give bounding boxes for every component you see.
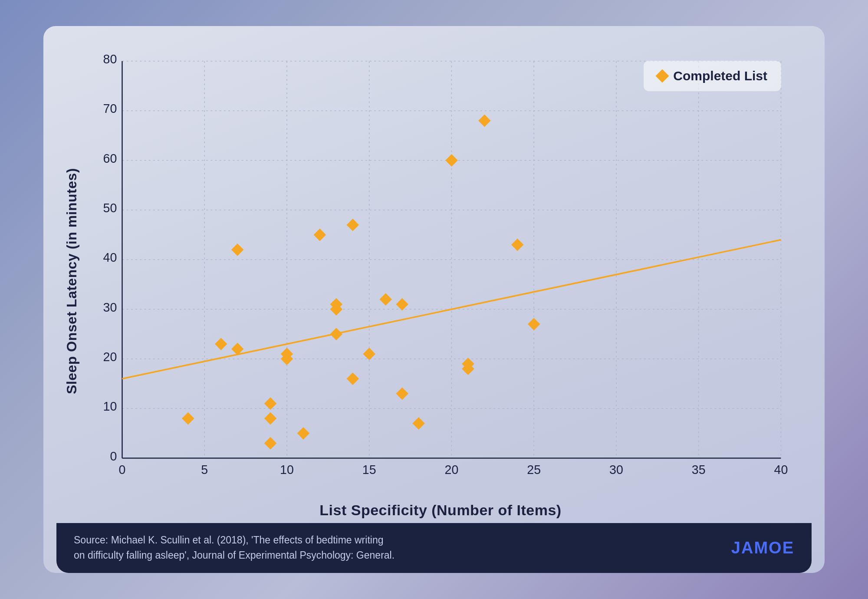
footer-brand: JAMOE	[731, 539, 794, 557]
svg-marker-51	[347, 219, 359, 231]
svg-text:15: 15	[362, 463, 376, 477]
svg-marker-53	[363, 348, 375, 360]
footer-source-line1: Source: Michael K. Scullin et al. (2018)…	[74, 533, 395, 548]
svg-marker-47	[314, 229, 326, 241]
svg-text:50: 50	[103, 201, 117, 215]
svg-text:10: 10	[280, 463, 294, 477]
svg-text:20: 20	[103, 350, 117, 364]
footer-source: Source: Michael K. Scullin et al. (2018)…	[74, 533, 395, 563]
legend-box: Completed List	[644, 61, 781, 91]
y-axis-label-container: Sleep Onset Latency (in minutes)	[56, 39, 87, 523]
svg-marker-38	[215, 338, 227, 350]
svg-text:40: 40	[103, 250, 117, 264]
svg-text:40: 40	[774, 463, 788, 477]
svg-marker-52	[347, 372, 359, 385]
svg-marker-63	[528, 318, 540, 330]
svg-text:10: 10	[103, 399, 117, 413]
footer-source-line2: on difficulty falling asleep', Journal o…	[74, 548, 395, 563]
svg-marker-41	[264, 397, 277, 410]
x-axis-label: List Specificity (Number of Items)	[319, 502, 561, 519]
svg-marker-57	[412, 417, 425, 430]
svg-marker-58	[445, 154, 458, 167]
footer: Source: Michael K. Scullin et al. (2018)…	[56, 523, 812, 573]
svg-text:25: 25	[527, 463, 541, 477]
svg-marker-43	[264, 437, 277, 450]
plot-and-x-axis: Completed List 0102030405060708005101520…	[87, 39, 812, 523]
svg-marker-46	[297, 427, 310, 440]
y-axis-label: Sleep Onset Latency (in minutes)	[64, 168, 80, 394]
legend-label: Completed List	[673, 69, 767, 83]
plot-region: Completed List 0102030405060708005101520…	[87, 48, 794, 494]
svg-marker-37	[182, 412, 194, 425]
svg-marker-54	[379, 293, 392, 306]
svg-marker-55	[396, 298, 408, 311]
svg-text:30: 30	[103, 300, 117, 314]
svg-text:20: 20	[445, 463, 459, 477]
svg-marker-56	[396, 387, 408, 400]
svg-text:80: 80	[103, 52, 117, 66]
legend-diamond-icon	[656, 69, 669, 82]
chart-container: Sleep Onset Latency (in minutes) Complet…	[43, 26, 825, 573]
scatter-chart-svg: 010203040506070800510152025303540	[87, 48, 794, 494]
svg-marker-50	[330, 328, 343, 340]
svg-text:60: 60	[103, 151, 117, 165]
svg-marker-42	[264, 412, 277, 425]
svg-marker-40	[231, 244, 244, 256]
svg-text:5: 5	[201, 463, 208, 477]
svg-text:0: 0	[119, 463, 126, 477]
svg-text:0: 0	[110, 449, 117, 463]
svg-text:35: 35	[692, 463, 706, 477]
svg-marker-62	[511, 238, 524, 251]
x-axis-label-container: List Specificity (Number of Items)	[87, 494, 794, 523]
svg-text:70: 70	[103, 102, 117, 115]
chart-area: Sleep Onset Latency (in minutes) Complet…	[56, 39, 812, 523]
svg-text:30: 30	[609, 463, 623, 477]
svg-marker-61	[478, 115, 491, 127]
